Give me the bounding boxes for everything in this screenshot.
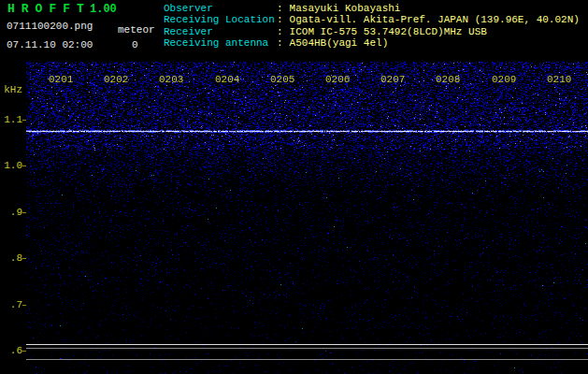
info-label: Observer: [164, 3, 277, 14]
info-separator: :: [277, 14, 283, 25]
y-tick-label: 1.1: [1, 114, 22, 125]
y-tick-label: .9: [1, 207, 22, 218]
y-tick-mark: [22, 258, 26, 259]
info-label: Receiver: [164, 26, 277, 37]
spectrogram-canvas: [26, 62, 588, 374]
y-tick-label: .7: [1, 299, 22, 310]
y-tick-label: 1.0: [1, 160, 22, 171]
y-tick-mark: [22, 212, 26, 213]
info-row-location: Receiving Location:Ogata-vill. Akita-Pre…: [164, 14, 580, 25]
y-tick-mark: [22, 305, 26, 306]
info-row-observer: Observer:Masayuki Kobayashi: [164, 3, 580, 14]
x-tick-label: 0201: [49, 74, 73, 85]
y-tick-mark: [22, 165, 26, 166]
info-separator: :: [277, 3, 283, 14]
strip-grid-line: [26, 359, 588, 360]
app-version: 1.00: [90, 3, 117, 16]
y-tick-mark: [22, 351, 26, 352]
y-axis-unit: kHz: [1, 84, 22, 95]
info-row-antenna: Receiving antenna:A504HB(yagi 4el): [164, 37, 580, 49]
x-tick-label: 0203: [159, 74, 183, 85]
signal-level-trace: [26, 344, 588, 345]
x-tick-label: 0208: [436, 74, 460, 85]
file-name: 0711100200.png: [7, 21, 93, 32]
info-label: Receiving Location: [164, 14, 277, 25]
info-value: ICOM IC-575 53.7492(8LCD)MHz USB: [290, 26, 487, 37]
info-row-receiver: Receiver:ICOM IC-575 53.7492(8LCD)MHz US…: [164, 26, 580, 37]
x-tick-label: 0207: [380, 74, 405, 85]
info-separator: :: [277, 26, 283, 37]
x-tick-label: 0202: [104, 74, 128, 85]
meteor-count: 0: [132, 39, 138, 50]
info-value: Masayuki Kobayashi: [290, 3, 401, 14]
meteor-label: meteor: [118, 24, 155, 36]
hrofft-window: HROFFT 1.00 0711100200.png meteor 07.11.…: [0, 0, 588, 374]
info-separator: :: [277, 37, 283, 49]
info-value: A504HB(yagi 4el): [290, 37, 389, 49]
strip-grid-line: [26, 348, 588, 349]
x-tick-label: 0210: [547, 74, 571, 85]
info-label: Receiving antenna: [164, 37, 277, 49]
station-info: Observer:Masayuki Kobayashi Receiving Lo…: [164, 3, 580, 50]
info-value: Ogata-vill. Akita-Pref. JAPAN (139.96E, …: [290, 14, 580, 25]
x-tick-label: 0205: [270, 74, 294, 85]
y-tick-mark: [22, 120, 26, 121]
x-tick-label: 0209: [492, 74, 516, 85]
y-tick-label: .6: [1, 345, 22, 356]
y-tick-label: .8: [1, 252, 22, 264]
x-tick-label: 0204: [215, 74, 239, 85]
app-title: HROFFT: [7, 2, 91, 16]
datetime: 07.11.10 02:00: [7, 39, 93, 50]
x-tick-label: 0206: [325, 74, 350, 85]
